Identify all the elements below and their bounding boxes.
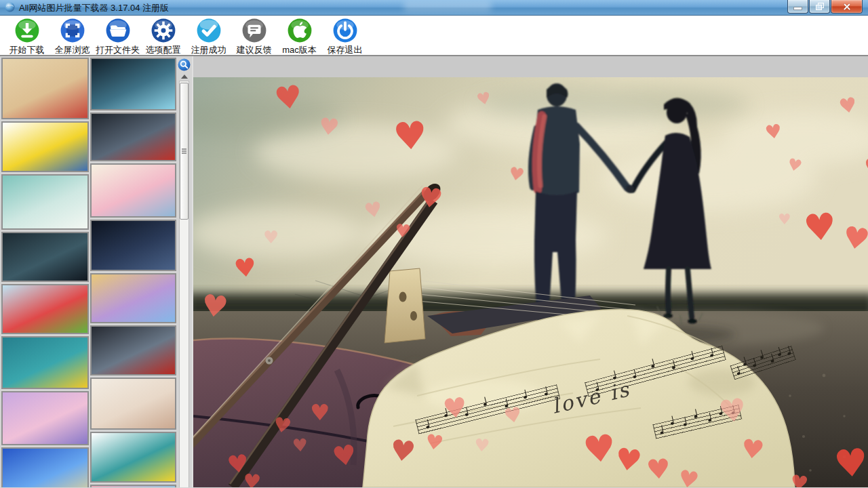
heart-overlay: ♥ [330,441,358,469]
heart-overlay: ♥ [717,395,749,427]
toolbar-button-label: 建议反馈 [237,44,272,56]
heart-overlay: ♥ [764,122,783,141]
heart-overlay: ♥ [786,157,804,175]
heart-overlay: ♥ [646,456,671,482]
heart-overlay: ♥ [200,291,230,321]
minimize-button[interactable] [787,0,808,14]
toolbar-button-icon [241,18,267,43]
fullscreen-icon [60,18,85,43]
thumbnail-blue-flowers[interactable] [90,58,176,110]
heart-overlay: ♥ [233,256,257,281]
heart-overlay: ♥ [394,222,412,240]
thumbnail-blonde-anime-girl[interactable] [90,273,176,323]
folder-icon [105,18,131,43]
heart-overlay: ♥ [502,405,524,426]
gear-icon [151,18,176,43]
heart-overlay: ♥ [473,437,490,454]
heart-overlay: ♥ [392,118,429,155]
heart-overlay: ♥ [272,415,293,436]
sidebar-scroll-rail [176,58,192,487]
thumbnail-pink-cutoff[interactable] [90,485,176,487]
title-smudge [403,1,492,12]
thumbnail-sidebar [0,56,192,487]
toolbar-button-label: mac版本 [282,44,317,56]
apple-icon [287,18,313,43]
heart-overlay: ♥ [273,82,304,114]
thumbnail-red-plush-toy[interactable] [1,58,89,119]
toolbar-button-icon [14,18,40,43]
close-button[interactable] [831,0,863,14]
globe-icon [5,2,15,12]
toolbar-button-check[interactable]: 注册成功 [186,16,231,56]
toolbar-button-label: 保存退出 [328,44,363,56]
heart-overlay: ♥ [292,437,309,454]
heart-overlay: ♥ [841,223,868,253]
toolbar-button-power[interactable]: 保存退出 [322,16,368,56]
thumbnail-dandelion[interactable] [1,174,89,230]
heart-overlay: ♥ [613,445,644,475]
thumbnail-dark-anime-warrior[interactable] [1,232,89,282]
scrollbar-track[interactable] [179,81,189,487]
preview-letterbox [193,56,868,77]
thumbnail-minion-bananas[interactable] [1,121,89,172]
magnifier-icon[interactable] [178,58,191,71]
check-icon [196,18,222,43]
scrollbar-grip [182,148,186,150]
toolbar-button-download[interactable]: 开始下载 [4,16,50,56]
heart-overlay: ♥ [677,468,701,487]
toolbar-button-label: 全屏浏览 [55,44,90,56]
heart-overlay: ♥ [802,210,837,246]
restore-button[interactable] [809,0,830,14]
titlebar: All网站图片批量下载器 3.17.04 注册版 [0,0,868,16]
scroll-up-arrow[interactable] [181,75,188,79]
thumbnail-anime-girls-pink[interactable] [1,391,89,445]
heart-overlay: ♥ [263,230,279,245]
toolbar-button-icon [151,18,176,43]
heart-overlay: ♥ [242,472,262,487]
heart-overlay: ♥ [833,445,868,483]
toolbar-button-label: 开始下载 [9,44,45,56]
heart-overlay: ♥ [441,394,468,422]
heart-overlay: ♥ [389,437,417,466]
thumbnail-column-1 [1,58,89,487]
download-icon [14,18,40,43]
toolbar-button-label: 选项配置 [146,44,181,56]
restore-icon [816,3,824,10]
thumbnail-column-2 [90,58,176,487]
scrollbar-thumb[interactable] [180,83,189,220]
toolbar-button-icon [287,18,313,43]
toolbar-button-icon [332,18,358,43]
thumbnail-balloons-jump[interactable] [1,284,89,334]
toolbar-button-icon [105,18,131,43]
toolbar-button-icon [196,18,222,43]
thumbnail-bright-girl-photo[interactable] [90,378,176,430]
thumbnail-gru-minions[interactable] [90,432,176,483]
thumbnail-anime-blue-sky[interactable] [1,447,89,487]
thumbnail-minions-factory[interactable] [1,336,89,389]
close-icon [842,3,852,11]
thumbnail-hooded-figure[interactable] [90,220,176,271]
power-icon [332,18,358,43]
toolbar-button-feedback[interactable]: 建议反馈 [231,16,277,56]
toolbar-button-folder[interactable]: 打开文件夹 [95,16,140,56]
heart-overlay: ♥ [789,472,809,487]
window-title: All网站图片批量下载器 3.17.04 注册版 [19,2,169,14]
heart-overlay: ♥ [778,213,791,226]
heart-overlay: ♥ [310,403,330,423]
toolbar-button-fullscreen[interactable]: 全屏浏览 [50,16,95,56]
thumbnail-game-ad-girl-2[interactable] [90,325,176,375]
heart-overlay: ♥ [417,184,445,212]
thumbnail-anime-hug[interactable] [90,163,176,218]
toolbar-button-apple[interactable]: mac版本 [277,16,322,56]
thumbnail-game-ad-girl[interactable] [90,113,176,161]
heart-overlay: ♥ [507,165,526,184]
toolbar: 开始下载 全屏浏览 打开文件夹 选项配置 注册成功 建议反馈 mac版本 [0,16,868,56]
heart-overlay: ♥ [582,432,618,468]
heart-overlay: ♥ [837,95,859,116]
image-preview[interactable]: love is ♥♥♥♥♥♥♥♥♥♥♥♥♥♥♥♥♥♥♥♥♥♥♥♥♥♥♥♥♥♥♥♥… [193,77,868,487]
main-panel: love is ♥♥♥♥♥♥♥♥♥♥♥♥♥♥♥♥♥♥♥♥♥♥♥♥♥♥♥♥♥♥♥♥… [192,56,868,487]
toolbar-button-label: 打开文件夹 [96,44,140,56]
heart-overlay: ♥ [740,436,765,462]
toolbar-button-gear[interactable]: 选项配置 [140,16,186,56]
feedback-icon [241,18,267,43]
